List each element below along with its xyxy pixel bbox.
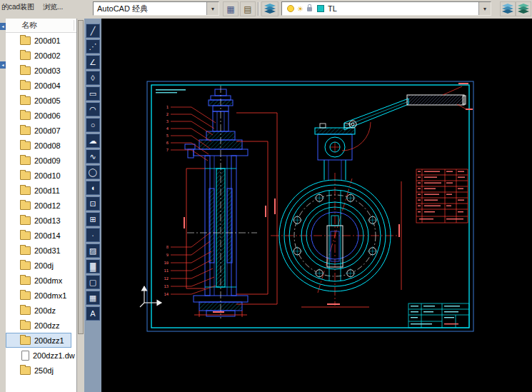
file-list-item[interactable]: 200dmx1 <box>6 288 71 303</box>
file-name: 200d01 <box>34 36 61 45</box>
file-name: 200d04 <box>34 81 61 90</box>
ellipse-arc-tool[interactable]: ◖ <box>86 181 100 195</box>
revision-cloud-tool[interactable]: ☁ <box>86 134 100 148</box>
chevron-down-icon[interactable] <box>206 2 219 15</box>
make-block-tool[interactable]: ⊞ <box>86 212 100 226</box>
folder-icon <box>20 216 31 225</box>
file-name: 200dzz1 <box>34 336 64 345</box>
file-list-item[interactable]: 200dj <box>6 258 71 273</box>
rectangle-tool[interactable]: ▭ <box>86 86 100 101</box>
name-column-header[interactable]: 名称 <box>6 19 76 33</box>
file-list-item[interactable]: 200d07 <box>6 123 71 138</box>
file-name: 200dz <box>34 306 56 315</box>
circle-tool[interactable]: ○ <box>86 118 100 132</box>
file-list-item[interactable]: 200d05 <box>6 93 71 108</box>
arc-tool[interactable]: ◠ <box>86 102 100 116</box>
file-list-item[interactable]: 200d02 <box>6 48 71 63</box>
insert-block-tool[interactable]: ⊡ <box>86 196 100 211</box>
parts-table-text <box>418 171 465 220</box>
balloon-numbers: 1 2 3 4 5 6 7 8 9 10 11 12 13 14 <box>164 105 169 296</box>
top-toolbar: 的cad装图 浏览... AutoCAD 经典 TL <box>0 0 532 19</box>
scrollbar-thumb[interactable] <box>78 20 84 334</box>
workspace-combo[interactable]: AutoCAD 经典 <box>93 1 219 16</box>
file-list-item[interactable]: 200d10 <box>6 168 71 183</box>
file-list-item[interactable]: 200d06 <box>6 108 71 123</box>
file-name: 200d13 <box>34 216 61 225</box>
polygon-tool[interactable]: ◊ <box>86 71 100 85</box>
file-name: 200dmx <box>34 276 62 285</box>
application-window: 的cad装图 浏览... AutoCAD 经典 TL <box>0 0 532 392</box>
file-list-item[interactable]: 200dmx <box>6 273 71 288</box>
svg-text:9: 9 <box>166 253 169 257</box>
file-list-item[interactable]: 200dzz <box>6 318 71 333</box>
svg-text:7: 7 <box>166 148 169 152</box>
file-list-item[interactable]: 200dzz1.dw <box>6 348 71 363</box>
file-browser-panel: 名称 200d01 200d02 200d03 200d04 200d05 20… <box>6 19 76 392</box>
file-name: 250dj <box>34 366 54 375</box>
insert-block-icon: ⊡ <box>89 199 96 208</box>
collapse-arrow-icon[interactable] <box>0 23 6 30</box>
layer-manager-icon[interactable] <box>516 1 531 16</box>
folder-icon <box>20 141 31 150</box>
mtext-tool[interactable]: A <box>86 306 100 321</box>
svg-text:6: 6 <box>166 141 169 145</box>
file-list-scrollbar[interactable] <box>76 19 84 392</box>
drawing-canvas[interactable]: 1 2 3 4 5 6 7 8 9 10 11 12 13 14 <box>101 19 532 392</box>
folder-icon <box>20 156 31 165</box>
bulb-icon <box>287 5 294 12</box>
sheet-border <box>147 81 473 331</box>
grid-icon[interactable] <box>223 1 239 16</box>
spline-tool[interactable]: ∿ <box>86 149 100 164</box>
workspace-combo-value: AutoCAD 经典 <box>97 4 148 14</box>
construction-line-tool[interactable]: ⋰ <box>86 39 100 54</box>
folder-icon <box>20 96 31 105</box>
folder-tree-icon[interactable] <box>0 61 6 69</box>
left-edge-strip <box>0 19 6 392</box>
line-tool[interactable]: ╱ <box>86 24 100 38</box>
svg-text:8: 8 <box>166 245 169 249</box>
polyline-tool[interactable]: ∠ <box>86 55 100 69</box>
layers-glyph <box>518 4 529 14</box>
svg-text:5: 5 <box>166 134 169 138</box>
file-list-item[interactable]: 200d08 <box>6 138 71 153</box>
file-list-item[interactable]: 200d13 <box>6 213 71 228</box>
gradient-tool[interactable]: ▓ <box>86 259 100 273</box>
file-list-item[interactable]: 200d04 <box>6 78 71 93</box>
folder-icon <box>20 81 31 90</box>
file-list-item[interactable]: 200d31 <box>6 243 71 258</box>
layer-combo[interactable]: TL <box>281 1 491 16</box>
hatch-tool[interactable]: ▨ <box>86 243 100 258</box>
file-list-item[interactable]: 200dz <box>6 303 71 318</box>
chevron-down-icon[interactable] <box>478 2 491 15</box>
actuator-lever <box>315 95 466 180</box>
file-list-item[interactable]: 200d12 <box>6 198 71 213</box>
file-name: 200d31 <box>34 246 61 255</box>
folder-icon <box>20 246 31 255</box>
file-list: 200d01 200d02 200d03 200d04 200d05 200d0… <box>6 33 76 378</box>
document-icon[interactable] <box>240 1 256 16</box>
file-list-item[interactable]: 200d11 <box>6 183 71 198</box>
file-list-item[interactable]: 200d09 <box>6 153 71 168</box>
layer-states-icon[interactable] <box>500 1 516 16</box>
file-name: 200dzz <box>34 321 59 330</box>
file-icon <box>21 351 29 361</box>
circle-icon: ○ <box>91 121 96 129</box>
file-name: 200d02 <box>34 51 61 60</box>
file-list-item[interactable]: 200dzz1 <box>6 333 71 348</box>
file-name: 200d12 <box>34 201 61 210</box>
file-name: 200d08 <box>34 141 61 150</box>
file-list-item[interactable]: 200d01 <box>6 33 71 48</box>
rectangle-icon: ▭ <box>89 89 96 99</box>
file-list-item[interactable]: 200d14 <box>6 228 71 243</box>
point-tool[interactable]: ∙ <box>86 228 100 242</box>
table-tool[interactable]: ▦ <box>86 291 100 305</box>
region-tool[interactable]: ▢ <box>86 275 100 289</box>
svg-text:12: 12 <box>164 276 169 281</box>
layers-glyph <box>502 4 513 14</box>
file-list-item[interactable]: 200d03 <box>6 63 71 78</box>
layers-stack-icon[interactable] <box>261 1 278 16</box>
front-view-centerlines <box>271 173 399 306</box>
file-list-item[interactable]: 250dj <box>6 363 71 378</box>
ellipse-tool[interactable]: ◯ <box>86 165 100 179</box>
svg-text:4: 4 <box>166 126 169 131</box>
